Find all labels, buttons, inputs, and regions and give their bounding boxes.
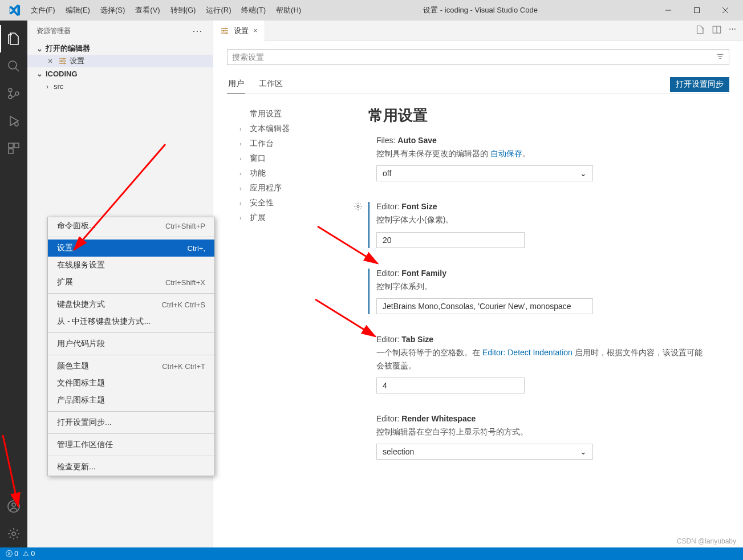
svg-point-25: [225, 27, 227, 29]
status-errors[interactable]: ⓧ 0: [6, 549, 18, 559]
toc-common[interactable]: 常用设置: [239, 107, 347, 121]
svg-point-8: [15, 92, 19, 95]
svg-rect-11: [14, 143, 19, 148]
settings-list: 常用设置 Files: Auto Save 控制具有未保存更改的编辑器的 自动保…: [351, 102, 729, 547]
chevron-down-icon: ⌄: [580, 447, 587, 456]
tab-settings[interactable]: 设置 ×: [213, 21, 265, 41]
close-icon[interactable]: ×: [48, 56, 52, 66]
settings-heading: 常用设置: [368, 105, 707, 125]
autosave-select[interactable]: off⌄: [376, 165, 593, 181]
window-title: 设置 - icoding - Visual Studio Code: [306, 5, 655, 15]
autosave-link[interactable]: 自动保存: [490, 149, 522, 158]
folder-src[interactable]: ›src: [27, 80, 213, 92]
menu-run[interactable]: 运行(R): [201, 3, 236, 18]
scope-user-tab[interactable]: 用户: [227, 75, 245, 94]
fontfamily-input[interactable]: JetBrains Mono,Consolas, 'Courier New', …: [376, 298, 593, 314]
svg-point-15: [12, 532, 15, 535]
window-close-button[interactable]: [712, 2, 738, 19]
tab-close-icon[interactable]: ×: [253, 26, 258, 35]
menu-sync-settings[interactable]: 打开设置同步...: [48, 414, 214, 431]
toc-text-editor[interactable]: ›文本编辑器: [239, 121, 347, 136]
gear-icon[interactable]: [354, 202, 363, 213]
activity-manage[interactable]: [0, 520, 27, 547]
menu-settings[interactable]: 设置Ctrl+,: [48, 240, 214, 257]
svg-point-14: [12, 503, 15, 506]
activity-extensions[interactable]: [0, 135, 27, 162]
window-maximize-button[interactable]: [684, 2, 710, 19]
setting-files-autosave: Files: Auto Save 控制具有未保存更改的编辑器的 自动保存。 of…: [368, 136, 707, 181]
menu-command-palette[interactable]: 命令面板...Ctrl+Shift+P: [48, 217, 214, 234]
svg-point-4: [9, 61, 17, 69]
whitespace-select[interactable]: selection⌄: [376, 444, 593, 460]
status-warnings[interactable]: ⚠ 0: [23, 550, 35, 558]
svg-point-26: [223, 30, 225, 31]
menu-migrate-shortcuts[interactable]: 从 - 中迁移键盘快捷方式...: [48, 313, 214, 330]
svg-point-6: [9, 88, 12, 92]
chevron-down-icon: ⌄: [580, 169, 587, 178]
menubar: 文件(F) 编辑(E) 选择(S) 查看(V) 转到(G) 运行(R) 终端(T…: [26, 3, 306, 18]
menu-file-icon-theme[interactable]: 文件图标主题: [48, 375, 214, 392]
toc-extensions[interactable]: ›扩展: [239, 210, 347, 225]
menu-check-updates[interactable]: 检查更新...: [48, 458, 214, 476]
fontsize-input[interactable]: 20: [376, 232, 525, 248]
menu-help[interactable]: 帮助(H): [271, 3, 306, 18]
menu-file[interactable]: 文件(F): [26, 3, 60, 18]
open-editor-label: 设置: [70, 56, 84, 66]
toc-workbench[interactable]: ›工作台: [239, 136, 347, 151]
toc-application[interactable]: ›应用程序: [239, 181, 347, 196]
toc-window[interactable]: ›窗口: [239, 151, 347, 166]
editor-more-icon[interactable]: ⋯: [729, 25, 736, 36]
svg-rect-12: [9, 149, 13, 153]
toc-security[interactable]: ›安全性: [239, 196, 347, 210]
toc-features[interactable]: ›功能: [239, 166, 347, 181]
activity-search[interactable]: [0, 52, 27, 80]
filter-icon[interactable]: [716, 52, 724, 62]
watermark: CSDN @lanyubaby: [677, 537, 736, 545]
settings-toc: 常用设置 ›文本编辑器 ›工作台 ›窗口 ›功能 ›应用程序 ›安全性 ›扩展: [227, 102, 351, 547]
menu-color-theme[interactable]: 颜色主题Ctrl+K Ctrl+T: [48, 358, 214, 375]
menu-terminal[interactable]: 终端(T): [237, 3, 270, 18]
setting-editor-fontsize: Editor: Font Size 控制字体大小(像素)。 20: [368, 202, 707, 247]
tabsize-input[interactable]: 4: [376, 378, 525, 393]
open-settings-sync-button[interactable]: 打开设置同步: [670, 77, 729, 92]
open-editor-item[interactable]: × 设置: [27, 55, 213, 67]
menu-product-icon-theme[interactable]: 产品图标主题: [48, 392, 214, 409]
menu-online-services[interactable]: 在线服务设置: [48, 257, 214, 274]
menu-edit[interactable]: 编辑(E): [61, 3, 95, 18]
menu-selection[interactable]: 选择(S): [96, 3, 129, 18]
activity-debug[interactable]: [0, 107, 27, 135]
window-minimize-button[interactable]: [655, 2, 681, 19]
menu-user-snippets[interactable]: 用户代码片段: [48, 335, 214, 352]
sidebar-more-icon[interactable]: ⋯: [192, 25, 204, 37]
vscode-logo-icon: [8, 4, 21, 17]
svg-point-20: [61, 60, 63, 62]
workspace-section[interactable]: ⌄ICODING: [27, 67, 213, 80]
settings-search[interactable]: [227, 49, 729, 65]
svg-point-19: [63, 58, 65, 60]
setting-editor-whitespace: Editor: Render Whitespace 控制编辑器在空白字符上显示符…: [368, 414, 707, 460]
setting-editor-fontfamily: Editor: Font Family 控制字体系列。 JetBrains Mo…: [368, 269, 707, 314]
activity-explorer[interactable]: [0, 25, 27, 52]
setting-editor-tabsize: Editor: Tab Size 一个制表符等于的空格数。在 Editor: D…: [368, 335, 707, 393]
svg-point-7: [9, 95, 12, 99]
tab-label: 设置: [234, 26, 249, 36]
activity-scm[interactable]: [0, 80, 27, 107]
detect-indentation-link[interactable]: Editor: Detect Indentation: [482, 348, 573, 357]
sidebar-title: 资源管理器: [36, 26, 71, 36]
svg-rect-10: [9, 143, 13, 148]
svg-point-21: [64, 63, 66, 64]
menu-workspace-trust[interactable]: 管理工作区信任: [48, 436, 214, 453]
open-editors-section[interactable]: ⌄打开的编辑器: [27, 42, 213, 55]
open-settings-json-icon[interactable]: [695, 25, 705, 36]
split-editor-icon[interactable]: [712, 25, 722, 36]
settings-search-input[interactable]: [232, 52, 716, 62]
menu-go[interactable]: 转到(G): [166, 3, 201, 18]
svg-line-5: [15, 68, 19, 71]
settings-file-icon: [58, 56, 67, 66]
menu-extensions[interactable]: 扩展Ctrl+Shift+X: [48, 274, 214, 291]
activity-bar: [0, 21, 27, 547]
menu-view[interactable]: 查看(V): [131, 3, 164, 18]
scope-workspace-tab[interactable]: 工作区: [258, 75, 284, 94]
menu-keyboard-shortcuts[interactable]: 键盘快捷方式Ctrl+K Ctrl+S: [48, 296, 214, 313]
activity-accounts[interactable]: [0, 493, 27, 520]
